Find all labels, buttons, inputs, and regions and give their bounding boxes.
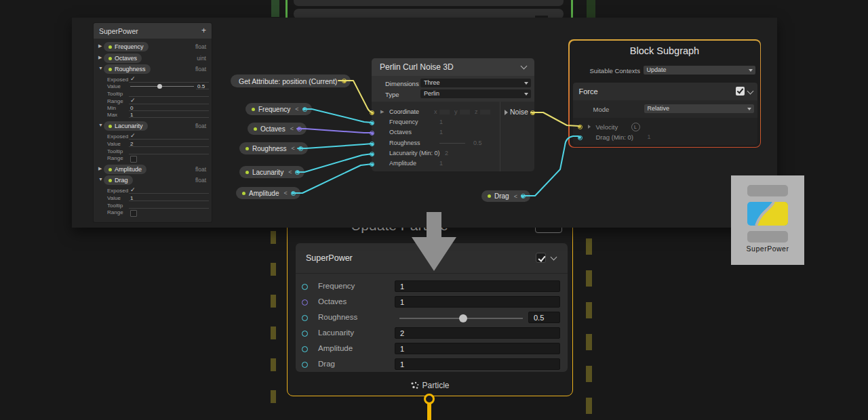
param-node-amplitude[interactable]: Amplitude< <box>236 187 300 199</box>
field-label: Tooltip <box>107 148 123 154</box>
param-port[interactable] <box>521 194 526 198</box>
blackboard-panel[interactable]: SuperPower + ▶ Frequency float ▶ Octaves… <box>93 22 212 223</box>
superpower-block-checkbox[interactable] <box>536 253 546 263</box>
expander-icon[interactable]: ▼ <box>98 66 103 70</box>
param-node-lacunarity[interactable]: Lacunarity< <box>239 166 304 178</box>
perlin-input-port[interactable] <box>370 110 374 115</box>
get-attribute-node[interactable]: Get Attribute: position (Current) <box>231 75 351 87</box>
perlin-input-port[interactable] <box>370 152 374 156</box>
blackboard-param-roughness[interactable]: Roughness <box>104 64 151 74</box>
perlin-input-port[interactable] <box>370 142 374 146</box>
row-input[interactable]: 1 <box>395 358 560 370</box>
collapse-chevron: < <box>290 125 294 132</box>
param-type: uint <box>197 55 206 62</box>
background-node-strip-1 <box>294 0 564 6</box>
coordinate-expander[interactable]: ▶ <box>380 109 384 114</box>
exposed-checkbox[interactable]: ✓ <box>130 133 136 138</box>
perlin-collapse-chevron[interactable] <box>521 63 528 70</box>
ghost-box <box>480 110 490 114</box>
port-drag[interactable] <box>302 362 308 368</box>
ghost-y: y <box>454 108 458 115</box>
dimensions-dropdown[interactable]: Three <box>420 79 531 87</box>
row-input[interactable]: 1 <box>395 280 560 292</box>
velocity-link-badge: L <box>631 123 640 131</box>
output-expander <box>505 110 508 115</box>
drag-port[interactable] <box>578 135 583 140</box>
context-footer: Particle <box>288 381 572 390</box>
perlin-curl-noise-node[interactable]: Perlin Curl Noise 3D Dimensions Three Ty… <box>372 58 534 171</box>
field-label: Value <box>107 141 121 147</box>
perlin-node-header[interactable]: Perlin Curl Noise 3D <box>372 58 534 76</box>
blackboard-param-amplitude[interactable]: Amplitude <box>104 165 146 174</box>
suitable-contexts-dropdown[interactable]: Update <box>644 66 755 75</box>
get-attribute-output-port[interactable] <box>342 79 347 83</box>
port-amplitude[interactable] <box>302 346 308 352</box>
perlin-input-port[interactable] <box>370 131 374 135</box>
param-dot <box>252 108 255 111</box>
force-collapse-chevron[interactable] <box>747 87 753 94</box>
flow-dashed-line-right <box>586 238 592 416</box>
setting-label: Dimensions <box>385 80 419 87</box>
collapse-chevron: < <box>514 193 517 200</box>
wire-frequency <box>303 109 372 123</box>
param-type: float <box>195 177 206 184</box>
roughness-value[interactable]: 0.5 <box>528 312 560 323</box>
row-input[interactable]: 1 <box>395 343 560 354</box>
perlin-input-port[interactable] <box>370 162 374 167</box>
expander-icon[interactable]: ▼ <box>98 123 103 127</box>
range-checkbox[interactable]: ✓ <box>130 98 136 103</box>
field-label: Range <box>107 209 123 215</box>
expander-icon[interactable]: ▶ <box>98 55 102 60</box>
superpower-block-collapse-chevron[interactable] <box>551 254 557 261</box>
perlin-output-port[interactable] <box>530 110 535 115</box>
param-node-drag[interactable]: Drag< <box>481 190 530 202</box>
param-port[interactable] <box>291 191 296 196</box>
force-title: Force <box>579 87 598 96</box>
port-octaves[interactable] <box>302 299 308 306</box>
port-frequency[interactable] <box>302 284 308 290</box>
context-flow-anchor[interactable] <box>424 394 435 404</box>
port-roughness[interactable] <box>302 315 308 321</box>
param-dot <box>108 179 112 182</box>
param-type: float <box>195 123 206 129</box>
param-port[interactable] <box>298 146 303 151</box>
param-node-frequency[interactable]: Frequency< <box>245 103 312 115</box>
velocity-port[interactable] <box>578 125 583 129</box>
param-dot <box>488 194 491 198</box>
block-subgraph-node[interactable]: Block Subgraph Suitable Contexts Update … <box>568 39 761 148</box>
expander-icon[interactable]: ▶ <box>98 166 102 171</box>
param-port[interactable] <box>295 170 300 175</box>
port-lacunarity[interactable] <box>302 331 308 337</box>
range-checkbox-unchecked[interactable] <box>130 156 137 163</box>
row-input[interactable]: 2 <box>395 327 560 339</box>
param-node-octaves[interactable]: Octaves< <box>248 123 307 135</box>
blackboard-param-drag[interactable]: Drag <box>104 175 133 185</box>
ghost-value: 1 <box>439 119 443 125</box>
blackboard-param-octaves[interactable]: Octaves <box>104 54 142 63</box>
range-checkbox-unchecked[interactable] <box>130 210 137 217</box>
value-slider-track[interactable] <box>130 86 194 87</box>
param-node-roughness[interactable]: Roughness< <box>239 142 308 154</box>
field-label: Value <box>107 83 121 89</box>
exposed-checkbox[interactable]: ✓ <box>130 187 136 192</box>
expander-icon[interactable]: ▼ <box>98 177 103 182</box>
exposed-checkbox[interactable]: ✓ <box>130 76 136 81</box>
roughness-slider-handle[interactable] <box>459 314 467 322</box>
param-port[interactable] <box>297 127 302 131</box>
force-block[interactable]: Force Mode Relative Velocity L <box>573 83 757 145</box>
row-label: Octaves <box>318 297 347 306</box>
blackboard-param-frequency[interactable]: Frequency <box>104 42 149 51</box>
blackboard-param-lacunarity[interactable]: Lacunarity <box>104 121 148 131</box>
value-slider-handle[interactable] <box>157 84 162 89</box>
perlin-input-port[interactable] <box>370 121 374 125</box>
row-input[interactable]: 1 <box>395 296 560 308</box>
input-label: Amplitude <box>389 160 416 167</box>
expander-icon[interactable]: ▶ <box>98 43 102 49</box>
blackboard-add-button[interactable]: + <box>201 26 206 35</box>
asset-card[interactable]: SuperPower <box>731 175 804 265</box>
drag-ghost-value: 1 <box>648 133 651 140</box>
mode-dropdown[interactable]: Relative <box>644 104 754 113</box>
force-checkbox[interactable] <box>736 87 745 96</box>
type-dropdown[interactable]: Perlin <box>420 89 531 98</box>
param-port[interactable] <box>302 107 307 112</box>
